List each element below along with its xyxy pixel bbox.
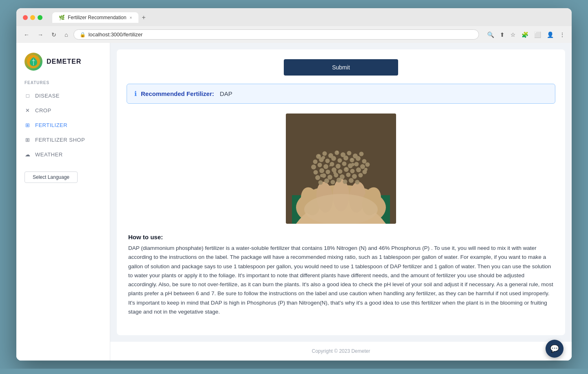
svg-point-22 (331, 156, 336, 161)
svg-point-30 (323, 164, 328, 169)
copyright-text: Copyright © 2023 Demeter (312, 348, 370, 354)
svg-point-69 (351, 158, 353, 160)
how-to-use-title: How to use: (128, 234, 554, 240)
svg-point-39 (319, 168, 324, 173)
svg-point-40 (326, 170, 330, 174)
sidebar-item-fertilizer-shop-label: FERTILIZER SHOP (35, 137, 85, 143)
close-button[interactable] (23, 15, 28, 20)
svg-point-62 (322, 156, 325, 159)
svg-point-14 (335, 151, 339, 155)
language-select-button[interactable]: Select Language (24, 171, 78, 183)
svg-point-47 (315, 175, 320, 180)
recommendation-banner: ℹ Recommended Fertilizer: DAP (127, 84, 555, 104)
svg-point-23 (338, 158, 342, 163)
share-button[interactable]: ⬆ (498, 30, 506, 40)
main-content: Submit ℹ Recommended Fertilizer: DAP (110, 43, 572, 361)
svg-point-36 (360, 164, 365, 169)
svg-point-49 (327, 175, 332, 180)
info-icon: ℹ (134, 90, 137, 98)
recommendation-label: Recommended Fertilizer: (141, 90, 214, 97)
svg-point-32 (336, 164, 341, 169)
svg-point-16 (347, 151, 352, 156)
svg-point-68 (336, 151, 338, 153)
svg-point-27 (362, 159, 367, 164)
maximize-button[interactable] (38, 15, 42, 20)
svg-point-29 (318, 163, 322, 167)
forward-button[interactable]: → (35, 30, 46, 40)
back-button[interactable]: ← (21, 30, 32, 40)
lock-icon: 🔒 (80, 32, 86, 38)
active-tab[interactable]: 🌿 Fertilizer Recommendation × (52, 12, 138, 23)
svg-point-60 (349, 178, 354, 183)
split-view-button[interactable]: ⬜ (532, 30, 543, 40)
sidebar: DEMETER FEATURES □ DISEASE ✕ CROP ⊞ FERT… (16, 43, 110, 361)
chat-button[interactable]: 💬 (546, 340, 564, 358)
svg-point-72 (339, 178, 341, 180)
svg-point-37 (365, 163, 370, 167)
extensions-button[interactable]: 🧩 (520, 30, 530, 40)
tab-title: Fertilizer Recommendation (68, 15, 126, 20)
zoom-button[interactable]: 🔍 (486, 30, 496, 40)
svg-point-52 (346, 173, 351, 177)
svg-point-61 (355, 180, 360, 185)
svg-point-59 (343, 180, 347, 184)
sidebar-item-fertilizer-shop[interactable]: ⊞ FERTILIZER SHOP (16, 132, 110, 147)
address-bar[interactable]: 🔒 localhost:3000/fertilizer (74, 29, 479, 40)
footer: Copyright © 2023 Demeter (110, 342, 572, 361)
svg-point-33 (342, 162, 347, 166)
how-to-use-text: DAP (diammonium phosphate) fertilizer is… (128, 244, 554, 316)
svg-point-67 (318, 155, 320, 156)
svg-point-19 (313, 160, 318, 164)
tab-favicon: 🌿 (59, 15, 65, 20)
svg-point-18 (359, 152, 364, 156)
svg-point-21 (325, 159, 330, 163)
sidebar-item-fertilizer-label: FERTILIZER (35, 122, 67, 128)
svg-point-66 (364, 168, 368, 171)
svg-point-57 (331, 180, 335, 185)
svg-point-44 (350, 169, 355, 174)
svg-point-35 (354, 162, 359, 167)
sidebar-item-fertilizer[interactable]: ⊞ FERTILIZER (16, 118, 110, 132)
sidebar-nav: □ DISEASE ✕ CROP ⊞ FERTILIZER ⊞ FERTILIZ… (16, 88, 110, 162)
svg-point-42 (338, 169, 343, 174)
fertilizer-icon: ⊞ (24, 122, 31, 128)
svg-point-38 (314, 170, 318, 175)
content-area: Submit ℹ Recommended Fertilizer: DAP (117, 49, 565, 335)
sidebar-logo: DEMETER (16, 53, 110, 80)
recommendation-value: DAP (220, 90, 232, 97)
svg-point-24 (343, 156, 348, 160)
new-tab-button[interactable]: + (138, 12, 149, 23)
sidebar-item-weather[interactable]: ☁ WEATHER (16, 147, 110, 162)
language-selector: Select Language (24, 171, 102, 183)
address-text: localhost:3000/fertilizer (88, 31, 143, 38)
svg-point-28 (311, 165, 316, 169)
crop-icon: ✕ (24, 107, 31, 114)
fertilizer-shop-icon: ⊞ (24, 136, 31, 143)
fertilizer-image-wrapper (127, 114, 555, 224)
svg-point-70 (329, 165, 331, 167)
minimize-button[interactable] (30, 15, 35, 20)
fertilizer-image (286, 114, 396, 224)
sidebar-item-crop[interactable]: ✕ CROP (16, 103, 110, 118)
disease-icon: □ (24, 92, 31, 99)
refresh-button[interactable]: ↻ (49, 30, 59, 40)
svg-point-26 (356, 156, 361, 161)
sidebar-item-disease-label: DISEASE (35, 93, 60, 99)
tab-close-button[interactable]: × (129, 16, 132, 20)
menu-button[interactable]: ⋮ (558, 30, 567, 40)
bookmark-button[interactable]: ☆ (509, 30, 517, 40)
browser-navbar: ← → ↻ ⌂ 🔒 localhost:3000/fertilizer 🔍 ⬆ … (16, 26, 572, 43)
how-to-use-section: How to use: DAP (diammonium phosphate) f… (127, 234, 555, 316)
svg-point-54 (359, 173, 363, 178)
svg-point-63 (351, 163, 354, 166)
profile-button[interactable]: 👤 (545, 30, 555, 40)
svg-point-12 (323, 151, 327, 156)
sidebar-item-disease[interactable]: □ DISEASE (16, 88, 110, 103)
svg-point-55 (318, 180, 323, 185)
home-button[interactable]: ⌂ (62, 30, 70, 40)
logo-text: DEMETER (47, 58, 81, 65)
submit-button[interactable]: Submit (284, 59, 398, 76)
submit-wrapper: Submit (127, 59, 555, 76)
svg-point-45 (356, 167, 361, 172)
features-label: FEATURES (16, 80, 110, 88)
